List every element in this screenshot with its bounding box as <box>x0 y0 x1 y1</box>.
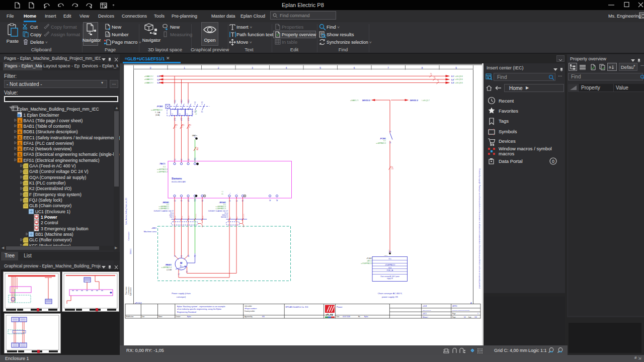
svg-text:3: 3 <box>252 67 253 69</box>
svg-text:Creator: Creator <box>176 316 180 318</box>
svg-text:Chain conveyor AC 400 V,: Chain conveyor AC 400 V, <box>378 292 403 295</box>
svg-text:Recent: Recent <box>499 98 514 104</box>
svg-text:BAB1 (Table of contents): BAB1 (Table of contents) <box>24 124 71 129</box>
svg-text:PE1: PE1 <box>194 157 196 160</box>
svg-text:=+K1&EFPA1/2.3: =+K1&EFPA1/2.3 <box>361 262 372 264</box>
svg-text:Tags: Tags <box>499 118 509 124</box>
svg-text:K2 (Decentralized I/O): K2 (Decentralized I/O) <box>29 186 71 191</box>
svg-text:Page: Page <box>452 313 456 315</box>
svg-text:/ =GLQ3.6: / =GLQ3.6 <box>454 82 463 84</box>
svg-text:1/L1: 1/L1 <box>174 100 176 103</box>
svg-text:152: 152 <box>474 316 477 318</box>
svg-text:3/L2: 3/L2 <box>181 100 183 103</box>
svg-text:Drawing number: Drawing number <box>245 310 255 312</box>
svg-text:=GLB: =GLB <box>423 305 427 307</box>
svg-text:Eplan version: Eplan version <box>130 287 132 296</box>
svg-text:A1: A1 <box>269 199 271 201</box>
svg-text:L3: L3 <box>188 158 190 160</box>
svg-text:BB1 (Machine area): BB1 (Machine area) <box>35 232 73 237</box>
svg-text:=GAA/1.9 /: =GAA/1.9 / <box>144 75 153 77</box>
svg-text:U1: U1 <box>174 255 176 257</box>
svg-text:GAA (Feed-in AC 400 V): GAA (Feed-in AC 400 V) <box>29 163 76 168</box>
svg-text:Eplan 'Stacking system' - repr: Eplan 'Stacking system' - representation… <box>177 305 225 308</box>
svg-text:9: 9 <box>455 67 457 69</box>
svg-text:Engineering Standard: Engineering Standard <box>177 311 196 313</box>
svg-text:1: 1 <box>184 67 185 69</box>
svg-text:Eplan: Eplan <box>187 316 191 318</box>
svg-text:EFA3 (Electrical engineering s: EFA3 (Electrical engineering schematic (… <box>24 152 120 157</box>
svg-text:=+&EFPA3/1.2: =+&EFPA3/1.2 <box>157 171 168 173</box>
svg-text:from: from <box>468 316 471 318</box>
svg-text:Date: Date <box>337 316 340 318</box>
svg-text:3 Emergency stop button: 3 Emergency stop button <box>41 226 89 231</box>
svg-text:Data Portal: Data Portal <box>499 158 523 164</box>
svg-text:W2: W2 <box>188 199 190 202</box>
svg-text:GAB (Control voltage DC 24 V): GAB (Control voltage DC 24 V) <box>29 169 89 174</box>
svg-text:I>: I> <box>187 113 188 115</box>
svg-text:Project name: Project name <box>125 287 127 295</box>
svg-text:U2: U2 <box>174 200 176 202</box>
svg-text:EFS1 (Electrical engineering s: EFS1 (Electrical engineering schematic) <box>24 158 100 163</box>
svg-text:Job number: Job number <box>245 305 252 307</box>
svg-text:a: a <box>609 65 611 69</box>
svg-text:2,2 kW: 2,2 kW <box>167 269 172 271</box>
svg-text:of an industry-specific engine: of an industry-specific engineering, usi… <box>177 308 221 310</box>
svg-text:EFA1 (PLC card overview): EFA1 (PLC card overview) <box>24 141 74 146</box>
svg-text:=+&EFPA2/1.3: =+&EFPA2/1.3 <box>157 168 168 170</box>
svg-text:T1: T1 <box>178 273 180 275</box>
svg-text:13: 13 <box>389 131 391 133</box>
svg-text:-WDB1: -WDB1 <box>162 201 169 204</box>
svg-text:macros: macros <box>499 151 514 156</box>
svg-text:PE: PE <box>202 200 204 202</box>
svg-text:I>: I> <box>172 113 173 115</box>
svg-text:Favorites: Favorites <box>499 108 518 114</box>
svg-text:14: 14 <box>229 200 231 202</box>
svg-text:BDB1 (Structure description): BDB1 (Structure description) <box>24 129 78 134</box>
svg-text:8: 8 <box>422 67 423 69</box>
svg-text:BU: BU <box>202 215 204 217</box>
svg-text:Modification: Modification <box>126 316 134 318</box>
svg-text:+K1&EFPA1/2.3: +K1&EFPA1/2.3 <box>385 264 395 266</box>
svg-text:=+&EFPA3/1.3: =+&EFPA3/1.3 <box>151 109 162 111</box>
svg-text:Devices: Devices <box>499 138 516 144</box>
svg-text:DI a: DI a <box>388 258 391 260</box>
svg-text:14: 14 <box>389 141 391 143</box>
svg-text:-WBB2 e: -WBB2 e <box>192 135 197 137</box>
svg-text:Protected by copyright. Passin: Protected by copyright. Passing on as we… <box>478 168 480 289</box>
svg-text:-X1: -X1 <box>189 124 192 126</box>
svg-text:0: 0 <box>552 159 554 164</box>
svg-text:24V22.2: 24V22.2 <box>362 99 371 102</box>
svg-text:Siemens: Siemens <box>172 177 182 180</box>
svg-text:=A2/1.2: =A2/1.2 <box>367 260 372 262</box>
svg-text:-WGA1: -WGA1 <box>219 201 226 204</box>
svg-text:BK: BK <box>182 215 183 217</box>
svg-text:0: 0 <box>150 67 151 69</box>
svg-text:22: 22 <box>201 111 203 113</box>
svg-text:/1.1: /1.1 <box>383 140 386 142</box>
svg-text:M: M <box>180 261 182 264</box>
svg-text:2026.0.1: 2026.0.1 <box>130 248 132 254</box>
svg-text:K1 (PLC controller): K1 (PLC controller) <box>29 180 65 186</box>
svg-text:еPLAN: еPLAN <box>326 314 333 316</box>
svg-text:123: 123 <box>106 34 111 37</box>
svg-text:/1.7 34: /1.7 34 <box>195 110 197 115</box>
svg-text:T2: T2 <box>186 270 188 273</box>
svg-text:Name: Name <box>158 316 163 318</box>
svg-text:1: 1 <box>477 313 478 315</box>
svg-text:6: 6 <box>354 67 355 69</box>
svg-text:+K1-A02: +K1-A02 <box>366 257 372 259</box>
svg-text:-FCB1: -FCB1 <box>156 105 163 108</box>
svg-text:GY: GY <box>188 215 190 217</box>
svg-text:L2: L2 <box>157 78 160 81</box>
svg-text:V2: V2 <box>181 200 183 202</box>
svg-text:(L1.1): (L1.1) <box>221 191 223 195</box>
svg-text:Symbols: Symbols <box>499 129 517 134</box>
svg-text:L1: L1 <box>451 75 454 77</box>
svg-text:Eplan_Machine_Building_Project: Eplan_Machine_Building_Project_mm_IEC <box>17 107 99 112</box>
svg-text:KIS: KIS <box>262 316 265 318</box>
svg-text:GQA (Compressed air supply): GQA (Compressed air supply) <box>29 175 87 180</box>
svg-text:L1: L1 <box>157 75 160 77</box>
svg-text:/ =GLQ3.6: / =GLQ3.6 <box>454 78 463 80</box>
svg-text:PCB1_2A: PCB1_2A <box>387 269 393 272</box>
svg-text:Ed.: Ed. <box>358 316 360 318</box>
